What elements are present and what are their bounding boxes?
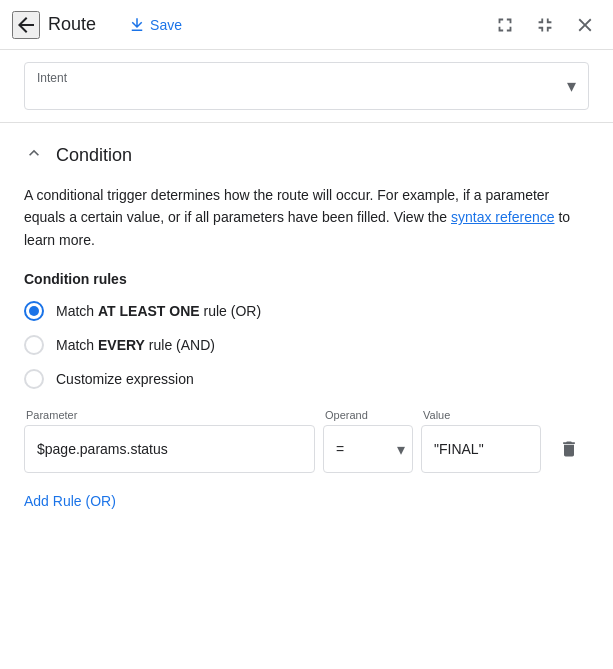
collapse-window-icon [534, 14, 556, 36]
radio-inner-at-least-one [29, 306, 39, 316]
save-icon [128, 16, 146, 34]
parameter-label: Parameter [24, 409, 315, 421]
close-icon [574, 14, 596, 36]
back-button[interactable] [12, 11, 40, 39]
operand-select[interactable]: = != < > [323, 425, 413, 473]
add-rule-button[interactable]: Add Rule (OR) [24, 489, 116, 513]
radio-label-at-least-one: Match AT LEAST ONE rule (OR) [56, 303, 261, 319]
radio-circle-every [24, 335, 44, 355]
header-actions [489, 9, 601, 41]
expand-button[interactable] [489, 9, 521, 41]
radio-circle-at-least-one [24, 301, 44, 321]
condition-title: Condition [56, 145, 132, 166]
operand-label: Operand [323, 409, 413, 421]
condition-header: Condition [24, 143, 589, 168]
radio-option-at-least-one[interactable]: Match AT LEAST ONE rule (OR) [24, 301, 589, 321]
rule-row: Parameter Operand = != < > ▾ Value [24, 409, 589, 473]
intent-section: Intent ▾ [0, 50, 613, 123]
save-label: Save [150, 17, 182, 33]
condition-rules-label: Condition rules [24, 271, 589, 287]
condition-section: Condition A conditional trigger determin… [0, 123, 613, 533]
intent-label: Intent [37, 71, 67, 85]
expand-icon [494, 14, 516, 36]
syntax-reference-link[interactable]: syntax reference [451, 209, 555, 225]
chevron-up-icon [24, 143, 44, 163]
condition-collapse-icon[interactable] [24, 143, 44, 168]
operand-field-group: Operand = != < > ▾ [323, 409, 413, 473]
delete-rule-button[interactable] [549, 425, 589, 473]
trash-icon [559, 439, 579, 459]
radio-option-every[interactable]: Match EVERY rule (AND) [24, 335, 589, 355]
value-label: Value [421, 409, 541, 421]
intent-arrow-icon: ▾ [567, 75, 576, 97]
intent-dropdown[interactable]: Intent ▾ [24, 62, 589, 110]
page-title: Route [48, 14, 96, 35]
save-button[interactable]: Save [120, 12, 190, 38]
header-left: Route Save [12, 11, 190, 39]
condition-description: A conditional trigger determines how the… [24, 184, 589, 251]
value-field-group: Value [421, 409, 541, 473]
radio-label-customize: Customize expression [56, 371, 194, 387]
header: Route Save [0, 0, 613, 50]
back-arrow-icon [14, 13, 38, 37]
radio-label-every: Match EVERY rule (AND) [56, 337, 215, 353]
close-button[interactable] [569, 9, 601, 41]
collapse-window-button[interactable] [529, 9, 561, 41]
operand-wrapper: = != < > ▾ [323, 425, 413, 473]
radio-option-customize[interactable]: Customize expression [24, 369, 589, 389]
value-input[interactable] [421, 425, 541, 473]
parameter-field-group: Parameter [24, 409, 315, 473]
parameter-input[interactable] [24, 425, 315, 473]
condition-options: Match AT LEAST ONE rule (OR) Match EVERY… [24, 301, 589, 389]
radio-circle-customize [24, 369, 44, 389]
